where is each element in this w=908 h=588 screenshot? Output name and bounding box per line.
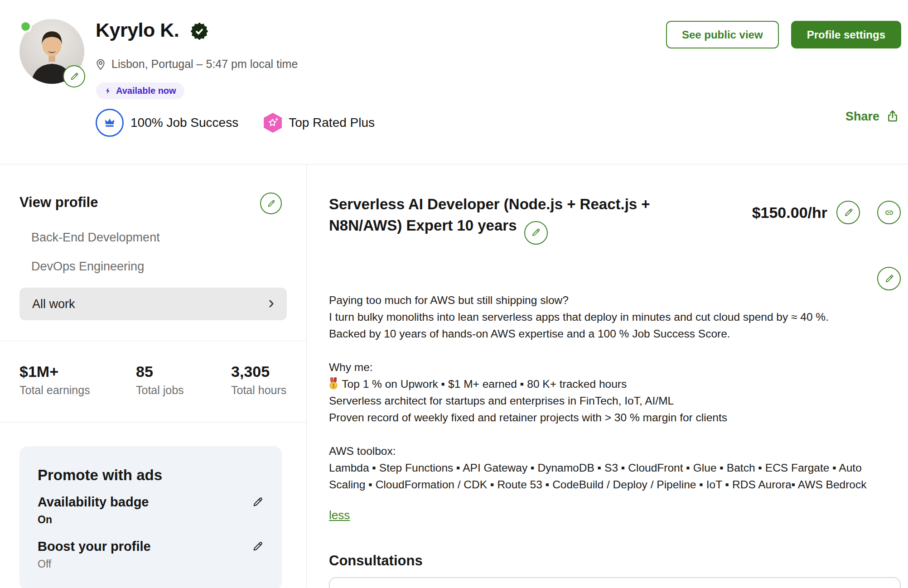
stat-label: Total hours xyxy=(231,383,286,397)
share-icon xyxy=(885,109,900,124)
description-line: Proven record of weekly fixed and retain… xyxy=(329,409,879,426)
profile-title: Serverless AI Developer (Node.js + React… xyxy=(329,193,719,245)
stat-label: Total jobs xyxy=(136,383,231,397)
crown-icon xyxy=(103,116,116,130)
promote-with-ads-card: Promote with ads Availability badge On B… xyxy=(19,446,282,588)
availability-badge-setting-value: On xyxy=(38,513,264,526)
verified-badge-icon xyxy=(191,23,208,40)
boost-profile-setting-label: Boost your profile xyxy=(38,539,151,554)
online-status-dot xyxy=(19,20,32,33)
promote-card-title: Promote with ads xyxy=(38,466,264,484)
consultations-heading: Consultations xyxy=(329,552,901,569)
rate-link-button[interactable] xyxy=(877,201,901,224)
svg-text:1: 1 xyxy=(332,383,335,388)
sidebar: View profile Back-End Development DevOps… xyxy=(0,164,307,588)
description-line: AWS toolbox: xyxy=(329,443,879,459)
pencil-icon xyxy=(251,496,264,508)
description-line: 1 Top 1 % on Upwork ▪ $1 M+ earned ▪ 80 … xyxy=(329,376,879,392)
stat-value: 85 xyxy=(136,362,231,381)
chevron-right-icon: › xyxy=(268,294,274,311)
profile-section-list: Back-End Development DevOps Engineering xyxy=(31,230,287,274)
boost-profile-setting-value: Off xyxy=(38,558,264,570)
stats-row: $1M+ Total earnings 85 Total jobs 3,305 … xyxy=(0,341,306,397)
profile-header: Kyrylo K. Lisbon, Portugal – 5:47 pm loc… xyxy=(0,0,908,164)
title-and-rate-row: Serverless AI Developer (Node.js + React… xyxy=(329,193,901,245)
description-line: Why me: xyxy=(329,359,879,376)
description-edit-row xyxy=(877,267,901,290)
description-line: I turn bulky monoliths into lean serverl… xyxy=(329,308,879,325)
share-button[interactable]: Share xyxy=(845,109,900,124)
freelancer-name: Kyrylo K. xyxy=(96,19,179,41)
view-profile-edit-button[interactable] xyxy=(260,193,282,214)
pencil-icon xyxy=(884,274,894,284)
description-line: Serverless architect for startups and en… xyxy=(329,392,879,409)
stat-total-earnings: $1M+ Total earnings xyxy=(19,362,136,397)
description-line: Lambda ▪ Step Functions ▪ API Gateway ▪ … xyxy=(329,459,879,493)
top-rated-plus-label: Top Rated Plus xyxy=(289,116,375,130)
description-paragraph: AWS toolbox:Lambda ▪ Step Functions ▪ AP… xyxy=(329,443,879,493)
all-work-label: All work xyxy=(32,297,75,311)
view-profile-row: View profile xyxy=(19,193,282,214)
availability-badge: Available now xyxy=(96,82,184,99)
job-success-crown-icon xyxy=(96,109,124,137)
header-actions: See public view Profile settings xyxy=(666,21,901,48)
location-text: Lisbon, Portugal – 5:47 pm local time xyxy=(111,58,298,71)
title-edit-button[interactable] xyxy=(524,221,548,245)
rate-edit-button[interactable] xyxy=(836,201,860,224)
location-pin-icon xyxy=(94,58,107,71)
consultations-card xyxy=(329,577,901,588)
description-edit-button[interactable] xyxy=(877,267,901,290)
availability-badge-edit-button[interactable] xyxy=(251,496,264,508)
location-row: Lisbon, Portugal – 5:47 pm local time xyxy=(94,58,298,71)
upwork-profile-page: Kyrylo K. Lisbon, Portugal – 5:47 pm loc… xyxy=(0,0,908,588)
sidebar-item-all-work[interactable]: All work › xyxy=(19,288,287,320)
stat-value: 3,305 xyxy=(231,362,286,381)
stat-total-jobs: 85 Total jobs xyxy=(136,362,231,397)
profile-settings-button[interactable]: Profile settings xyxy=(791,21,901,48)
profile-description: Paying too much for AWS but still shippi… xyxy=(329,292,879,493)
boost-profile-setting-row: Boost your profile xyxy=(38,539,264,554)
view-profile-title: View profile xyxy=(19,194,98,211)
less-link[interactable]: less xyxy=(329,508,350,522)
name-row: Kyrylo K. xyxy=(96,19,208,41)
avatar xyxy=(19,19,84,84)
share-label: Share xyxy=(845,110,879,124)
top-rated-plus-icon xyxy=(264,113,282,133)
stat-value: $1M+ xyxy=(19,362,136,381)
stat-label: Total earnings xyxy=(19,383,136,397)
less-link-row: less xyxy=(329,508,901,522)
chain-link-icon xyxy=(884,207,894,218)
sidebar-item-devops-engineering[interactable]: DevOps Engineering xyxy=(31,259,287,274)
availability-badge-setting-label: Availability badge xyxy=(38,494,149,510)
hourly-rate: $150.00/hr xyxy=(752,204,827,222)
lightning-bolt-icon xyxy=(104,87,112,95)
description-line: Backed by 10 years of hands-on AWS exper… xyxy=(329,325,879,342)
avatar-edit-button[interactable] xyxy=(63,65,85,87)
description-line: Paying too much for AWS but still shippi… xyxy=(329,292,879,308)
pencil-icon xyxy=(69,72,79,82)
sidebar-divider xyxy=(0,422,306,423)
profile-title-text: Serverless AI Developer (Node.js + React… xyxy=(329,196,650,234)
availability-badge-label: Available now xyxy=(116,86,176,96)
description-paragraph: Why me:1 Top 1 % on Upwork ▪ $1 M+ earne… xyxy=(329,359,879,426)
description-paragraph: Paying too much for AWS but still shippi… xyxy=(329,292,879,342)
boost-profile-edit-button[interactable] xyxy=(251,540,264,553)
sidebar-item-backend-development[interactable]: Back-End Development xyxy=(31,230,287,245)
pencil-icon xyxy=(266,199,276,208)
profile-main-content: Serverless AI Developer (Node.js + React… xyxy=(307,164,908,588)
availability-badge-setting-row: Availability badge xyxy=(38,494,264,510)
body-layout: View profile Back-End Development DevOps… xyxy=(0,164,908,588)
gold-medal-icon: 1 xyxy=(329,377,338,390)
achievement-badges-row: 100% Job Success Top Rated Plus xyxy=(96,109,375,137)
see-public-view-button[interactable]: See public view xyxy=(666,21,779,48)
pencil-icon xyxy=(531,227,541,238)
stat-total-hours: 3,305 Total hours xyxy=(231,362,286,397)
hourly-rate-block: $150.00/hr xyxy=(752,201,901,224)
pencil-icon xyxy=(843,207,854,218)
pencil-icon xyxy=(251,540,264,553)
job-success-label: 100% Job Success xyxy=(130,116,238,130)
star-plus-icon xyxy=(267,117,279,129)
